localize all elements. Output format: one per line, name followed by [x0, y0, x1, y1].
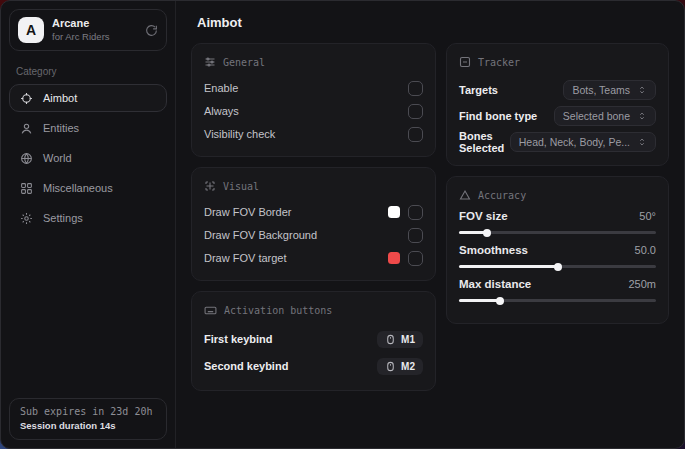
setting-value: 50.0 [635, 244, 656, 256]
subscription-info: Sub expires in 23d 20h Session duration … [9, 398, 167, 440]
tracker-card: Tracker Targets Bots, Teams [446, 43, 669, 166]
session-duration-text: Session duration 14s [20, 420, 156, 431]
draw-fov-border-checkbox[interactable] [408, 205, 423, 220]
always-checkbox[interactable] [408, 104, 423, 119]
grid-icon [20, 182, 33, 195]
logo-card: A Arcane for Arc Riders [9, 9, 167, 51]
targets-dropdown[interactable]: Bots, Teams [563, 80, 656, 100]
activation-buttons-card: Activation buttons First keybind M1 [191, 291, 436, 391]
mouse-icon [385, 361, 396, 372]
square-minus-icon [459, 56, 471, 68]
card-title: General [223, 57, 265, 68]
setting-row-enable: Enable [204, 77, 423, 99]
setting-label: Smoothness [459, 244, 528, 256]
unfold-icon [637, 137, 647, 147]
draw-fov-background-checkbox[interactable] [408, 228, 423, 243]
setting-label: Draw FOV Border [204, 206, 291, 218]
slider-thumb[interactable] [496, 297, 504, 305]
setting-row-max-distance: Max distance 250m [459, 278, 656, 302]
dropdown-value: Bots, Teams [572, 84, 630, 96]
sidebar-item-label: Miscellaneous [43, 182, 113, 194]
mouse-icon [385, 334, 396, 345]
setting-label: Bones Selected [459, 130, 510, 154]
unfold-icon [637, 85, 647, 95]
setting-row-second-keybind: Second keybind M2 [204, 353, 423, 379]
draw-fov-target-checkbox[interactable] [408, 251, 423, 266]
sidebar-item-entities[interactable]: Entities [9, 114, 167, 142]
fov-size-slider[interactable] [459, 231, 656, 234]
sidebar-item-label: Settings [43, 212, 83, 224]
dropdown-value: Selected bone [563, 110, 630, 122]
app-name: Arcane [52, 17, 110, 31]
sidebar-item-label: Aimbot [43, 92, 77, 104]
keybind-value: M1 [401, 334, 415, 345]
visibility-check-checkbox[interactable] [408, 127, 423, 142]
general-card: General Enable Always Visibility check [191, 43, 436, 157]
category-label: Category [16, 66, 160, 77]
setting-label: Enable [204, 82, 238, 94]
globe-icon [20, 152, 33, 165]
color-swatch-white[interactable] [388, 206, 400, 218]
app-logo: A [18, 17, 44, 43]
sliders-icon [204, 56, 216, 68]
setting-row-bones-selected: Bones Selected Head, Neck, Body, Pe... [459, 129, 656, 154]
setting-row-visibility-check: Visibility check [204, 123, 423, 145]
crosshair-plus-icon [204, 180, 216, 192]
triangle-icon [459, 189, 471, 201]
sidebar-item-aimbot[interactable]: Aimbot [9, 84, 167, 112]
keybind-value: M2 [401, 361, 415, 372]
sidebar-item-label: Entities [43, 122, 79, 134]
setting-label: Find bone type [459, 110, 537, 122]
sidebar-item-miscellaneous[interactable]: Miscellaneous [9, 174, 167, 202]
sidebar-item-world[interactable]: World [9, 144, 167, 172]
setting-row-smoothness: Smoothness 50.0 [459, 244, 656, 268]
setting-label: Targets [459, 84, 498, 96]
refresh-icon[interactable] [145, 24, 158, 37]
setting-row-always: Always [204, 100, 423, 122]
card-title: Activation buttons [224, 305, 332, 316]
smoothness-slider[interactable] [459, 265, 656, 268]
setting-row-draw-fov-target: Draw FOV target [204, 247, 423, 269]
setting-row-find-bone-type: Find bone type Selected bone [459, 103, 656, 128]
setting-value: 50° [639, 210, 656, 222]
enable-checkbox[interactable] [408, 81, 423, 96]
setting-label: Draw FOV Background [204, 229, 317, 241]
setting-row-targets: Targets Bots, Teams [459, 77, 656, 102]
visual-card: Visual Draw FOV Border Draw FOV Backgrou… [191, 167, 436, 281]
first-keybind-button[interactable]: M1 [377, 331, 423, 348]
setting-label: Draw FOV target [204, 252, 287, 264]
bones-selected-dropdown[interactable]: Head, Neck, Body, Pe... [510, 132, 656, 152]
unfold-icon [637, 111, 647, 121]
setting-row-first-keybind: First keybind M1 [204, 326, 423, 352]
card-title: Accuracy [478, 190, 526, 201]
setting-label: Always [204, 105, 239, 117]
color-swatch-red[interactable] [388, 252, 400, 264]
sidebar-item-settings[interactable]: Settings [9, 204, 167, 232]
setting-value: 250m [628, 278, 656, 290]
sidebar-nav: Aimbot Entities World [9, 84, 167, 232]
card-title: Visual [223, 181, 259, 192]
setting-label: Second keybind [204, 360, 288, 372]
slider-thumb[interactable] [483, 229, 491, 237]
find-bone-type-dropdown[interactable]: Selected bone [554, 106, 656, 126]
sidebar: A Arcane for Arc Riders Category Aimbot [1, 1, 176, 448]
max-distance-slider[interactable] [459, 299, 656, 302]
keyboard-icon [204, 304, 217, 317]
page-title: Aimbot [197, 15, 669, 30]
app-subtitle: for Arc Riders [52, 31, 110, 43]
slider-thumb[interactable] [554, 263, 562, 271]
app-window: A Arcane for Arc Riders Category Aimbot [0, 0, 685, 449]
setting-row-draw-fov-border: Draw FOV Border [204, 201, 423, 223]
setting-label: First keybind [204, 333, 272, 345]
entities-icon [20, 122, 33, 135]
dropdown-value: Head, Neck, Body, Pe... [519, 136, 630, 148]
setting-row-draw-fov-background: Draw FOV Background [204, 224, 423, 246]
card-title: Tracker [478, 57, 520, 68]
accuracy-card: Accuracy FOV size 50° [446, 176, 669, 324]
setting-label: Visibility check [204, 128, 275, 140]
setting-row-fov-size: FOV size 50° [459, 210, 656, 234]
setting-label: Max distance [459, 278, 531, 290]
logo-text: Arcane for Arc Riders [52, 17, 110, 43]
crosshair-icon [20, 92, 33, 105]
second-keybind-button[interactable]: M2 [377, 358, 423, 375]
